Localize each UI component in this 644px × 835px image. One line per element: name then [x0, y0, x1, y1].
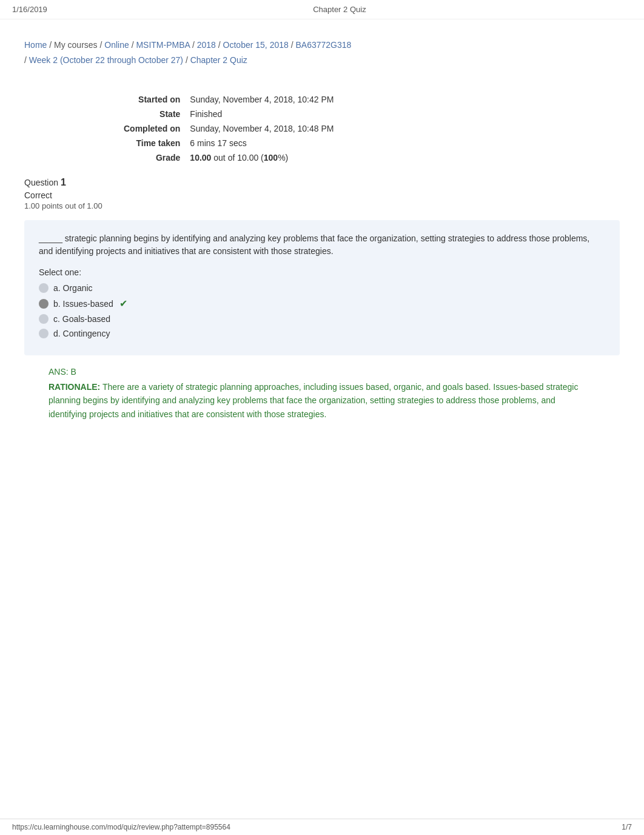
question-status: Correct: [24, 190, 620, 200]
option-a: a. Organic: [39, 283, 605, 293]
top-bar: 1/16/2019 Chapter 2 Quiz: [0, 0, 644, 19]
started-on-value: Sunday, November 4, 2018, 10:42 PM: [187, 92, 341, 107]
grade-suffix: %): [278, 153, 288, 163]
state-value: Finished: [187, 107, 341, 121]
option-c-label: c. Goals-based: [53, 314, 110, 324]
breadcrumb-sep1: /: [49, 40, 54, 50]
correct-checkmark: ✔: [119, 298, 127, 309]
breadcrumb-home[interactable]: Home: [24, 40, 47, 50]
grade-value: 10.00 out of 10.00 (100%): [187, 150, 341, 165]
time-taken-label: Time taken: [121, 136, 187, 150]
radio-a: [39, 283, 49, 293]
option-d-label: d. Contingency: [53, 329, 110, 338]
question-content-box: _____ strategic planning begins by ident…: [24, 220, 620, 355]
quiz-info-table: Started on Sunday, November 4, 2018, 10:…: [121, 92, 341, 165]
breadcrumb-sep7: /: [24, 55, 29, 65]
breadcrumb-sep4: /: [192, 40, 197, 50]
question-text: _____ strategic planning begins by ident…: [39, 232, 605, 258]
question-body: strategic planning begins by identifying…: [39, 233, 589, 256]
grade-number: 10.00: [190, 153, 211, 163]
option-b: b. Issues-based ✔: [39, 298, 605, 309]
radio-c: [39, 314, 49, 324]
question-blank: _____: [39, 233, 62, 243]
ans-line: ANS: B: [49, 365, 595, 378]
grade-out-of: out of 10.00 (: [213, 153, 264, 163]
breadcrumb: Home / My courses / Online / MSITM-PMBA …: [0, 19, 644, 74]
options-list: a. Organic b. Issues-based ✔ c. Goals-ba…: [39, 283, 605, 338]
completed-on-value: Sunday, November 4, 2018, 10:48 PM: [187, 121, 341, 136]
grade-label: Grade: [121, 150, 187, 165]
question-number: 1: [61, 177, 66, 187]
top-bar-date: 1/16/2019: [12, 5, 47, 14]
breadcrumb-week2[interactable]: Week 2 (October 22 through October 27): [29, 55, 183, 65]
question-header: Question 1: [24, 177, 620, 188]
option-a-label: a. Organic: [53, 283, 93, 293]
bottom-url: https://cu.learninghouse.com/mod/quiz/re…: [12, 823, 230, 831]
breadcrumb-oct15[interactable]: October 15, 2018: [223, 40, 289, 50]
breadcrumb-sep5: /: [218, 40, 223, 50]
breadcrumb-sep8: /: [186, 55, 190, 65]
ans-label: ANS: B: [49, 367, 76, 377]
feedback-block: ANS: B RATIONALE: There are a variety of…: [49, 365, 595, 421]
question-points: 1.00 points out of 1.00: [24, 201, 620, 210]
breadcrumb-msitm[interactable]: MSITM-PMBA: [136, 40, 190, 50]
quiz-info-section: Started on Sunday, November 4, 2018, 10:…: [121, 92, 620, 165]
top-bar-title: Chapter 2 Quiz: [313, 5, 366, 14]
state-label: State: [121, 107, 187, 121]
question-label: Question: [24, 178, 58, 187]
breadcrumb-chapter2quiz[interactable]: Chapter 2 Quiz: [190, 55, 247, 65]
option-c: c. Goals-based: [39, 314, 605, 324]
rationale-text: RATIONALE: There are a variety of strate…: [49, 380, 595, 421]
time-taken-value: 6 mins 17 secs: [187, 136, 341, 150]
bottom-page-info: 1/7: [622, 823, 632, 831]
completed-on-label: Completed on: [121, 121, 187, 136]
breadcrumb-2018[interactable]: 2018: [197, 40, 216, 50]
option-b-label: b. Issues-based: [53, 299, 113, 309]
radio-b: [39, 299, 49, 309]
started-on-label: Started on: [121, 92, 187, 107]
breadcrumb-mycourses: My courses: [54, 40, 98, 50]
question-block: Question 1 Correct 1.00 points out of 1.…: [24, 177, 620, 421]
bottom-bar: https://cu.learninghouse.com/mod/quiz/re…: [0, 819, 644, 835]
breadcrumb-ba63[interactable]: BA63772G318: [295, 40, 351, 50]
grade-percent-bold: 100: [264, 153, 278, 163]
rationale-body: There are a variety of strategic plannin…: [49, 382, 578, 419]
rationale-label: RATIONALE:: [49, 382, 100, 392]
breadcrumb-online[interactable]: Online: [104, 40, 129, 50]
select-one-label: Select one:: [39, 267, 605, 277]
radio-d: [39, 329, 49, 338]
option-d: d. Contingency: [39, 329, 605, 338]
